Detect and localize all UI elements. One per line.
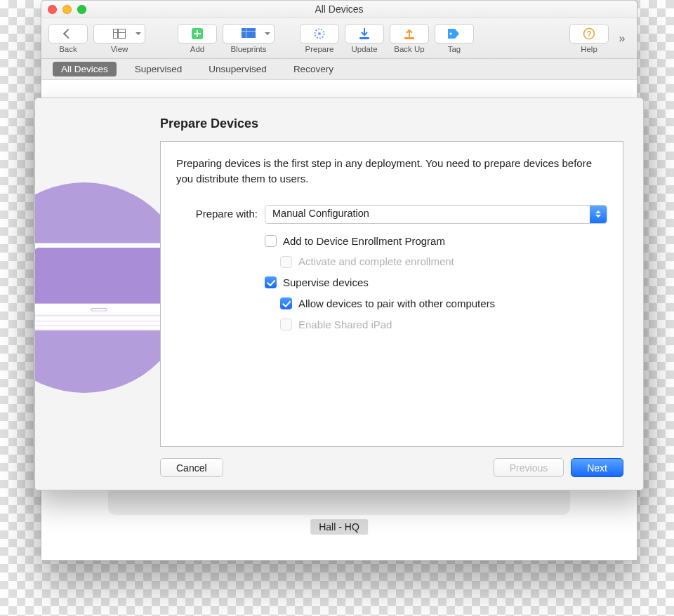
toolbar-view[interactable]: View xyxy=(93,24,145,53)
svg-text:?: ? xyxy=(587,29,592,38)
sheet-panel: Preparing devices is the first step in a… xyxy=(160,141,623,447)
chevron-down-icon xyxy=(136,32,141,38)
checkbox-label: Activate and complete enrollment xyxy=(298,254,454,269)
toolbar-label: Back Up xyxy=(394,45,424,53)
prepare-with-label: Prepare with: xyxy=(176,206,258,222)
toolbar-label: Prepare xyxy=(305,45,334,53)
ipad-stack-icon xyxy=(35,243,160,315)
checkbox-shared-ipad: Enable Shared iPad xyxy=(280,317,607,333)
checkbox-label: Allow devices to pair with other compute… xyxy=(298,296,495,312)
scope-unsupervised[interactable]: Unsupervised xyxy=(200,62,275,76)
tag-icon xyxy=(447,28,461,39)
cancel-button[interactable]: Cancel xyxy=(160,458,223,477)
select-value: Manual Configuration xyxy=(272,206,369,221)
checkbox-add-dep[interactable]: Add to Device Enrollment Program xyxy=(265,234,607,249)
toolbar-label: Add xyxy=(190,45,204,53)
toolbar-label: View xyxy=(111,45,128,53)
upload-icon xyxy=(404,27,415,40)
toolbar-overflow[interactable]: » xyxy=(614,32,630,45)
stepper-icon xyxy=(590,206,607,223)
sheet-title: Prepare Devices xyxy=(160,116,623,131)
download-icon xyxy=(359,27,370,40)
checkbox-label: Enable Shared iPad xyxy=(298,317,392,333)
minimize-icon[interactable] xyxy=(62,5,72,14)
plus-icon xyxy=(191,27,204,40)
toolbar-blueprints[interactable]: Blueprints xyxy=(223,24,275,53)
grid-icon xyxy=(113,29,126,39)
next-button[interactable]: Next xyxy=(571,458,623,477)
sheet-description: Preparing devices is the first step in a… xyxy=(176,156,607,187)
window-title: All Devices xyxy=(315,4,363,15)
svg-rect-1 xyxy=(242,28,256,38)
checkbox-allow-pair[interactable]: Allow devices to pair with other compute… xyxy=(280,296,607,312)
toolbar-label: Back xyxy=(59,45,77,53)
previous-button: Previous xyxy=(494,458,564,477)
toolbar-add[interactable]: Add xyxy=(178,24,217,53)
zoom-icon[interactable] xyxy=(77,5,86,14)
svg-rect-2 xyxy=(242,31,256,32)
toolbar-back[interactable]: Back xyxy=(48,24,88,53)
checkbox-activate: Activate and complete enrollment xyxy=(280,254,607,269)
device-name-label[interactable]: Hall - HQ xyxy=(310,519,368,535)
configurator-window: All Devices Back View Add Blueprints Pre… xyxy=(41,0,637,561)
toolbar-label: Update xyxy=(351,45,377,53)
scope-bar: All Devices Supervised Unsupervised Reco… xyxy=(41,59,637,80)
chevron-left-icon xyxy=(63,28,73,38)
svg-rect-3 xyxy=(246,28,246,38)
toolbar-tag[interactable]: Tag xyxy=(435,24,474,53)
prepare-with-select[interactable]: Manual Configuration xyxy=(265,205,607,224)
svg-point-8 xyxy=(449,32,451,34)
checkbox-label: Supervise devices xyxy=(283,275,369,290)
svg-point-5 xyxy=(318,32,321,35)
blueprint-icon xyxy=(242,28,256,39)
checkbox-label: Add to Device Enrollment Program xyxy=(283,234,445,249)
toolbar: Back View Add Blueprints Prepare Update … xyxy=(41,18,637,59)
scope-supervised[interactable]: Supervised xyxy=(126,62,191,76)
toolbar-label: Blueprints xyxy=(230,45,266,53)
chevron-down-icon xyxy=(265,32,270,38)
toolbar-prepare[interactable]: Prepare xyxy=(300,24,339,53)
svg-rect-7 xyxy=(404,37,414,39)
toolbar-backup[interactable]: Back Up xyxy=(390,24,429,53)
scope-all-devices[interactable]: All Devices xyxy=(53,62,117,76)
help-icon: ? xyxy=(583,27,595,40)
toolbar-label: Tag xyxy=(448,45,461,53)
checkbox-supervise[interactable]: Supervise devices xyxy=(265,275,607,290)
svg-rect-6 xyxy=(359,37,369,39)
gear-icon xyxy=(313,27,326,40)
toolbar-label: Help xyxy=(581,45,597,53)
toolbar-help[interactable]: ? Help xyxy=(569,24,609,53)
close-icon[interactable] xyxy=(48,5,57,14)
prepare-sheet: Prepare Devices Preparing devices is the… xyxy=(34,98,644,490)
titlebar: All Devices xyxy=(41,1,637,18)
toolbar-update[interactable]: Update xyxy=(345,24,384,53)
button-bar: Cancel Previous Next xyxy=(160,458,623,477)
sheet-graphic xyxy=(35,98,160,490)
scope-recovery[interactable]: Recovery xyxy=(285,62,342,76)
window-controls xyxy=(48,5,86,14)
